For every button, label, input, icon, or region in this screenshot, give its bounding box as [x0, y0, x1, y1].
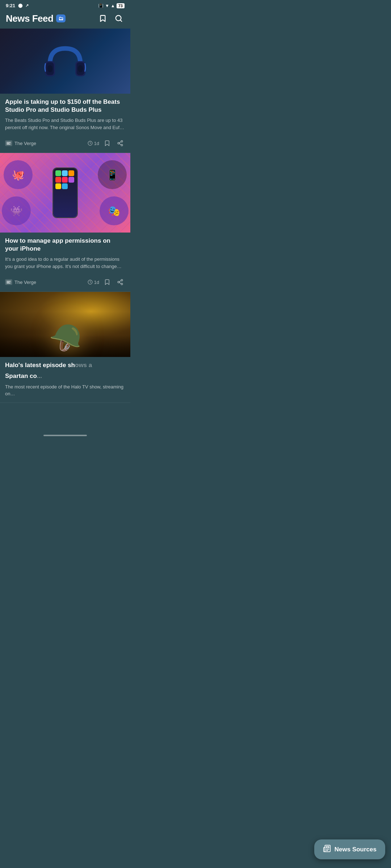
page-title: News Feed: [6, 13, 53, 24]
article-title: Apple is taking up to $150 off the Beats…: [5, 98, 125, 114]
header-actions: [97, 13, 125, 24]
status-bar: 9:21 ⬤ ↗ 📳 ▼ ▲ 73: [0, 0, 130, 10]
search-button[interactable]: [113, 13, 125, 24]
article-excerpt: The most recent episode of the Halo TV s…: [5, 383, 125, 397]
article-image: [0, 29, 130, 94]
svg-point-4: [47, 65, 52, 72]
article-actions: 1d: [88, 138, 125, 148]
svg-point-7: [78, 65, 83, 72]
signal-icon: ▲: [111, 3, 115, 8]
bookmark-button[interactable]: [97, 13, 109, 24]
save-article-button[interactable]: [102, 138, 112, 148]
svg-point-24: [118, 281, 119, 283]
source-name: The Verge: [14, 280, 36, 285]
svg-point-14: [118, 142, 119, 144]
recording-icon: ⬤: [18, 3, 22, 8]
news-card[interactable]: Apple is taking up to $150 off the Beats…: [0, 29, 130, 153]
status-time-area: 9:21 ⬤ ↗: [6, 3, 29, 8]
share-article-button[interactable]: [115, 138, 125, 148]
article-excerpt: It's a good idea to do a regular audit o…: [5, 256, 125, 270]
home-bar: [43, 435, 87, 436]
article-title-line2: Spartan co...: [5, 372, 125, 380]
article-body: Halo's latest episode shows a Spartan co…: [0, 357, 130, 402]
article-title: Halo's latest episode shows a: [5, 361, 125, 369]
svg-point-13: [121, 141, 123, 142]
navigation-icon: ↗: [25, 3, 29, 8]
home-indicator: [0, 432, 130, 438]
svg-line-26: [119, 283, 121, 284]
article-source: The Verge: [5, 140, 36, 146]
time-display: 9:21: [6, 3, 15, 8]
battery-display: 73: [117, 3, 125, 8]
svg-line-17: [119, 142, 121, 143]
news-card[interactable]: 🪖 Halo's latest episode shows a Spartan …: [0, 292, 130, 403]
header-title-row: News Feed 🗂: [6, 13, 66, 24]
article-footer: The Verge 1d: [0, 275, 130, 292]
source-icon: [5, 140, 12, 146]
article-time: 1d: [88, 141, 99, 146]
article-actions: 1d: [88, 277, 125, 287]
svg-point-15: [121, 144, 123, 146]
article-body: Apple is taking up to $150 off the Beats…: [0, 94, 130, 136]
svg-line-16: [119, 144, 121, 145]
wifi-icon: ▼: [105, 3, 109, 8]
article-title: How to manage app permissions on your iP…: [5, 237, 125, 253]
app-header: News Feed 🗂: [0, 10, 130, 29]
article-time: 1d: [88, 280, 99, 285]
article-excerpt: The Beats Studio Pro and Studio Buds Plu…: [5, 117, 125, 131]
save-article-button[interactable]: [102, 277, 112, 287]
article-image: 🐙 👾: [0, 153, 130, 233]
source-icon: [5, 279, 12, 285]
news-list: Apple is taking up to $150 off the Beats…: [0, 29, 130, 432]
article-source: The Verge: [5, 279, 36, 285]
app-icon-badge: 🗂: [56, 14, 66, 22]
article-image: 🪖: [0, 292, 130, 357]
time-ago: 1d: [94, 141, 99, 146]
badge-icon: 🗂: [58, 16, 63, 21]
article-body: How to manage app permissions on your iP…: [0, 233, 130, 275]
news-card[interactable]: 🐙 👾: [0, 153, 130, 292]
svg-line-1: [120, 20, 122, 21]
svg-point-23: [121, 280, 123, 281]
vibrate-icon: 📳: [98, 3, 104, 8]
article-footer: The Verge 1d: [0, 136, 130, 153]
status-icons-area: 📳 ▼ ▲ 73: [98, 3, 125, 8]
source-name: The Verge: [14, 141, 36, 146]
time-ago: 1d: [94, 280, 99, 285]
svg-point-25: [121, 283, 123, 285]
svg-line-27: [119, 281, 121, 282]
share-article-button[interactable]: [115, 277, 125, 287]
